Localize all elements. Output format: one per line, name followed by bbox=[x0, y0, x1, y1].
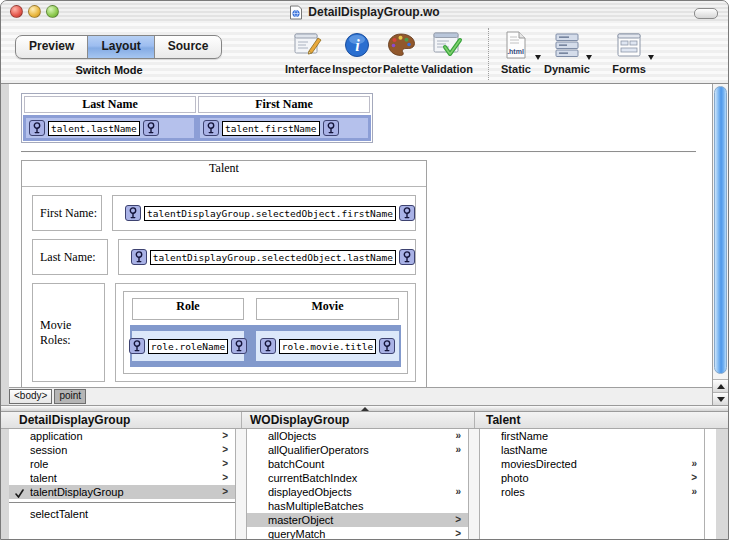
element-marker-icon[interactable] bbox=[231, 338, 247, 354]
element-marker-icon[interactable] bbox=[131, 249, 147, 265]
column-header-movie: Movie bbox=[256, 298, 399, 320]
talent-form-table[interactable]: Talent First Name: talentDisplayGroup.se… bbox=[21, 160, 427, 387]
column-scrollbar-track[interactable] bbox=[235, 429, 247, 540]
chevron-right-icon: > bbox=[222, 443, 228, 457]
up-arrow-icon bbox=[717, 384, 725, 389]
element-marker-icon[interactable] bbox=[323, 120, 339, 136]
browser-column-wodisplaygroup[interactable]: allObjects» allQualifierOperators» batch… bbox=[247, 429, 468, 540]
binding-cell[interactable]: talent.firstName bbox=[200, 118, 368, 138]
binding-cell[interactable]: role.movie.title bbox=[256, 331, 399, 361]
chevron-right-icon: > bbox=[222, 429, 228, 443]
list-item-session[interactable]: session> bbox=[9, 443, 235, 457]
column-scrollbar-track[interactable] bbox=[468, 429, 480, 540]
list-item-querymatch[interactable]: queryMatch> bbox=[247, 527, 468, 540]
element-marker-icon[interactable] bbox=[379, 338, 395, 354]
interface-button[interactable]: Interface bbox=[280, 28, 336, 75]
list-item-roles[interactable]: roles» bbox=[480, 485, 704, 499]
window-pencil-icon bbox=[292, 29, 324, 61]
column-header-first-name: First Name bbox=[198, 96, 370, 113]
dynamic-button[interactable]: Dynamic bbox=[539, 28, 595, 75]
static-button[interactable]: .html Static bbox=[488, 28, 544, 75]
double-chevron-icon: » bbox=[455, 429, 461, 443]
scroll-up-button[interactable] bbox=[713, 379, 729, 392]
segment-source[interactable]: Source bbox=[155, 36, 222, 58]
list-item-talentdisplaygroup[interactable]: talentDisplayGroup> bbox=[9, 485, 235, 499]
list-item-talent[interactable]: talent> bbox=[9, 471, 235, 485]
list-item-allqualifieroperators[interactable]: allQualifierOperators» bbox=[247, 443, 468, 457]
scroll-down-button[interactable] bbox=[713, 392, 729, 405]
element-marker-icon[interactable] bbox=[260, 338, 276, 354]
movie-roles-cell[interactable]: Role Movie role.roleName bbox=[115, 283, 416, 382]
chevron-right-icon: > bbox=[455, 527, 461, 540]
double-chevron-icon: » bbox=[455, 443, 461, 457]
forms-label: Forms bbox=[601, 63, 657, 75]
browser-column-title: WODisplayGroup bbox=[241, 412, 474, 428]
static-label: Static bbox=[488, 63, 544, 75]
vertical-scrollbar[interactable] bbox=[712, 84, 729, 405]
element-marker-icon[interactable] bbox=[29, 120, 45, 136]
last-name-binding-cell[interactable]: talentDisplayGroup.selectedObject.lastNa… bbox=[118, 239, 416, 275]
list-item-currentbatchindex[interactable]: currentBatchIndex bbox=[247, 471, 468, 485]
element-marker-icon[interactable] bbox=[203, 120, 219, 136]
validation-button[interactable]: Validation bbox=[419, 28, 475, 75]
window-checkmark-icon bbox=[431, 30, 463, 60]
mode-segmented-control: Preview Layout Source bbox=[15, 35, 222, 59]
list-item-role[interactable]: role> bbox=[9, 457, 235, 471]
list-item-photo[interactable]: photo> bbox=[480, 471, 704, 485]
element-marker-icon[interactable] bbox=[129, 338, 145, 354]
svg-text:i: i bbox=[355, 37, 360, 54]
switch-mode-label: Switch Mode bbox=[15, 64, 203, 76]
chevron-right-icon: > bbox=[222, 457, 228, 471]
stacked-fields-icon bbox=[552, 31, 582, 59]
column-scrollbar-track[interactable] bbox=[704, 429, 716, 540]
list-item-firstname[interactable]: firstName bbox=[480, 429, 704, 443]
repetition-table[interactable]: Last Name First Name talent.lastName tal… bbox=[21, 93, 373, 143]
binding-string[interactable]: talentDisplayGroup.selectedObject.lastNa… bbox=[150, 250, 396, 265]
chevron-right-icon: > bbox=[222, 471, 228, 485]
binding-string[interactable]: talent.firstName bbox=[222, 121, 320, 136]
browser-column-talent[interactable]: firstName lastName moviesDirected» photo… bbox=[480, 429, 704, 540]
element-marker-icon[interactable] bbox=[399, 249, 415, 265]
close-button[interactable] bbox=[10, 5, 23, 18]
titlebar[interactable]: DetailDisplayGroup.wo bbox=[1, 1, 728, 24]
element-marker-icon[interactable] bbox=[125, 205, 141, 221]
list-item-hasmultiplebatches[interactable]: hasMultipleBatches bbox=[247, 499, 468, 513]
binding-string[interactable]: role.roleName bbox=[148, 339, 228, 354]
segment-layout[interactable]: Layout bbox=[88, 36, 154, 58]
zoom-button[interactable] bbox=[46, 5, 59, 18]
down-arrow-icon bbox=[717, 397, 725, 402]
list-item-batchcount[interactable]: batchCount bbox=[247, 457, 468, 471]
selected-repetition-row[interactable]: role.roleName role.movie.title bbox=[130, 325, 401, 367]
binding-string[interactable]: talent.lastName bbox=[48, 121, 140, 136]
binding-string[interactable]: role.movie.title bbox=[279, 339, 377, 354]
list-item-displayedobjects[interactable]: displayedObjects» bbox=[247, 485, 468, 499]
double-chevron-icon: » bbox=[691, 457, 697, 471]
binding-cell[interactable]: role.roleName bbox=[132, 331, 244, 361]
minimize-button[interactable] bbox=[28, 5, 41, 18]
path-body-button[interactable]: <body> bbox=[9, 389, 52, 404]
list-item-lastname[interactable]: lastName bbox=[480, 443, 704, 457]
segment-preview[interactable]: Preview bbox=[16, 36, 88, 58]
browser-column-detaildisplaygroup[interactable]: application> session> role> talent> tale… bbox=[9, 429, 235, 540]
roles-nested-table[interactable]: Role Movie role.roleName bbox=[123, 291, 408, 374]
list-separator bbox=[9, 502, 235, 503]
element-marker-icon[interactable] bbox=[399, 205, 415, 221]
forms-button[interactable]: Forms bbox=[601, 28, 657, 75]
selected-binding-row[interactable]: talent.lastName talent.firstName bbox=[23, 115, 371, 141]
element-marker-icon[interactable] bbox=[143, 120, 159, 136]
splitter-handle[interactable] bbox=[1, 405, 729, 412]
first-name-binding-cell[interactable]: talentDisplayGroup.selectedObject.firstN… bbox=[112, 195, 416, 231]
binding-cell[interactable]: talent.lastName bbox=[26, 118, 194, 138]
list-item-moviesdirected[interactable]: moviesDirected» bbox=[480, 457, 704, 471]
toolbar-toggle-button[interactable] bbox=[694, 8, 718, 19]
binding-string[interactable]: talentDisplayGroup.selectedObject.firstN… bbox=[144, 206, 396, 221]
list-item-selecttalent[interactable]: selectTalent bbox=[9, 507, 235, 521]
path-point-button[interactable]: point bbox=[54, 389, 86, 404]
editor-canvas[interactable]: Last Name First Name talent.lastName tal… bbox=[9, 84, 712, 387]
list-item-allobjects[interactable]: allObjects» bbox=[247, 429, 468, 443]
list-item-application[interactable]: application> bbox=[9, 429, 235, 443]
list-item-masterobject[interactable]: masterObject> bbox=[247, 513, 468, 527]
double-chevron-icon: » bbox=[455, 485, 461, 499]
interface-label: Interface bbox=[280, 63, 336, 75]
scrollbar-thumb[interactable] bbox=[714, 86, 727, 374]
